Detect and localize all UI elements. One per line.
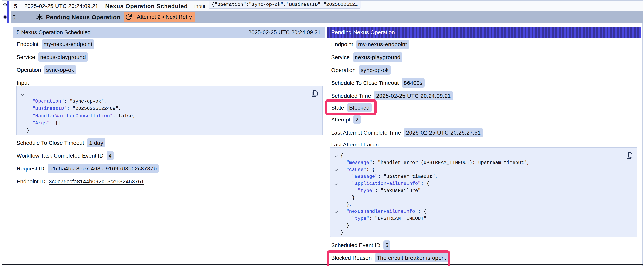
detail-row-workflow-task-completed-event-id: Workflow Task Completed Event ID4 [16, 151, 325, 160]
detail-label-operation: Operation [16, 67, 41, 73]
detail-value-endpoint-pill: my-nexus-endpoint [42, 39, 94, 49]
detail-row-operation: Operationsync-op-ok [331, 65, 641, 75]
event-row-scheduled[interactable]: 5 2025-02-25 UTC 20:24:09.21 Nexus Opera… [11, 1, 643, 11]
detail-value-operation-pill: sync-op-ok [44, 65, 76, 75]
detail-label-endpoint-id: Endpoint ID [16, 178, 46, 185]
pending-operation-row[interactable]: 5 Pending Nexus Operation Attempt 2 • Ne… [11, 11, 643, 24]
detail-row-request-id: Request IDb1c6a4bc-8ee7-468a-9169-df3b02… [16, 164, 325, 173]
scheduled-panel-title: 5 Nexus Operation Scheduled [16, 29, 91, 36]
detail-row-endpoint: Endpointmy-nexus-endpoint [16, 39, 325, 49]
detail-label-schedule-to-close-timeout: Schedule To Close Timeout [16, 140, 84, 146]
code-line: } [340, 194, 637, 201]
event-input-preview-badge[interactable]: {"Operation":"sync-op-ok","BusinessID":"… [208, 1, 361, 9]
detail-value-schedule-to-close-timeout-pill: 1 day [87, 138, 105, 147]
chevron-down-icon[interactable] [335, 181, 338, 188]
code-line: } [340, 229, 637, 236]
table-left-border [2, 0, 2, 266]
code-line: } [27, 127, 322, 134]
input-section-label: Input [16, 80, 325, 86]
detail-row-scheduled-time: Scheduled Time2025-02-25 UTC 20:24:09.21 [331, 91, 641, 100]
timeline-filled-dot-icon [3, 15, 7, 19]
active-event-bar [7, 1, 8, 23]
detail-row-schedule-to-close-timeout: Schedule To Close Timeout1 day [16, 138, 325, 147]
table-right-border [642, 1, 643, 266]
detail-row-operation: Operationsync-op-ok [16, 65, 325, 75]
pending-panel: Pending Nexus Operation Endpointmy-nexus… [327, 27, 641, 265]
code-line: }, [340, 201, 637, 208]
detail-label-attempt: Attempt [331, 116, 350, 123]
code-line: "Operation": "sync-op-ok", [27, 98, 322, 105]
detail-value-attempt-pill: 2 [354, 115, 360, 124]
pending-event-name: Pending Nexus Operation [46, 14, 120, 21]
detail-value-operation-pill: sync-op-ok [359, 65, 390, 75]
last-attempt-failure-label: Last Attempt Failure [331, 141, 641, 147]
detail-value-scheduled-event-id-pill: 5 [384, 240, 390, 250]
detail-value-workflow-task-completed-event-id-pill: 4 [106, 151, 114, 160]
code-line: { [27, 90, 322, 98]
detail-row-scheduled-event-id: Scheduled Event ID5 [331, 240, 641, 250]
scheduled-panel-header: 5 Nexus Operation Scheduled 2025-02-25 U… [13, 27, 325, 38]
detail-value-last-attempt-complete-time-pill: 2025-02-25 UTC 20:25:27.51 [404, 128, 483, 137]
detail-row-endpoint-id: Endpoint ID3c0c75ccfa8144b092c13ce632463… [16, 177, 325, 186]
chevron-down-icon[interactable] [335, 153, 338, 160]
retry-icon [126, 14, 132, 20]
copy-icon[interactable] [312, 90, 318, 98]
detail-label-schedule-to-close-timeout: Schedule To Close Timeout [331, 80, 398, 86]
scheduled-panel-timestamp: 2025-02-25 UTC 20:24:09.21 [248, 29, 321, 36]
detail-value-endpoint-id-link[interactable]: 3c0c75ccfa8144b092c13ce632463761 [49, 178, 144, 185]
detail-label-endpoint: Endpoint [331, 41, 353, 48]
code-line: "cause": { [340, 166, 637, 173]
detail-value-request-id-pill: b1c6a4bc-8ee7-468a-9169-df3b02c8737b [48, 164, 159, 173]
pending-event-id-link[interactable]: 5 [12, 14, 16, 21]
code-line: "applicationFailureInfo": { [340, 180, 637, 187]
detail-label-operation: Operation [331, 67, 356, 73]
pending-panel-body: Endpointmy-nexus-endpointServicenexus-pl… [327, 38, 641, 262]
blocked-reason-annotation-box [327, 250, 450, 266]
detail-row-schedule-to-close-timeout: Schedule To Close Timeout86400s [331, 78, 641, 88]
code-line: "type": "NexusFailure" [340, 187, 637, 194]
detail-label-scheduled-event-id: Scheduled Event ID [331, 242, 380, 248]
copy-icon[interactable] [627, 152, 632, 160]
scheduled-panel-body: Endpointmy-nexus-endpointServicenexus-pl… [13, 38, 325, 264]
chevron-down-icon[interactable] [21, 91, 24, 98]
detail-value-schedule-to-close-timeout-pill: 86400s [402, 78, 424, 88]
code-line: "HandlerWaitForCancellation": false, [27, 112, 322, 120]
detail-row-attempt: Attempt2 [331, 115, 641, 124]
code-line: "nexusHandlerFailureInfo": { [340, 208, 637, 215]
code-line: { [340, 152, 637, 159]
detail-label-request-id: Request ID [16, 165, 44, 172]
attempt-retry-badge: Attempt 2 • Next Retry [124, 12, 195, 23]
attempt-retry-label: Attempt 2 • Next Retry [137, 14, 192, 20]
detail-label-service: Service [16, 54, 35, 60]
detail-value-endpoint-pill: my-nexus-endpoint [356, 40, 409, 49]
detail-label-last-attempt-complete-time: Last Attempt Complete Time [331, 129, 401, 136]
detail-label-endpoint: Endpoint [16, 41, 38, 47]
detail-row-state: StateBlocked [331, 103, 641, 112]
event-id-link[interactable]: 5 [14, 3, 17, 9]
detail-row-endpoint: Endpointmy-nexus-endpoint [331, 40, 641, 49]
section-bottom-border [2, 264, 643, 265]
detail-value-service-pill: nexus-playground [38, 52, 88, 62]
detail-row-service: Servicenexus-playground [16, 52, 325, 62]
chevron-down-icon[interactable] [335, 167, 338, 174]
detail-label-scheduled-time: Scheduled Time [331, 93, 371, 99]
asterisk-icon [36, 14, 43, 21]
timeline-dot-tick [7, 4, 8, 5]
code-line: "message": "handler error (UPSTREAM_TIME… [340, 159, 637, 166]
pending-panel-header: Pending Nexus Operation [327, 27, 641, 38]
failure-json-block: {"message": "handler error (UPSTREAM_TIM… [330, 147, 637, 237]
state-annotation-box [325, 99, 376, 115]
input-json-block: {"Operation": "sync-op-ok","BusinessID":… [16, 86, 323, 135]
pending-panel-title: Pending Nexus Operation [331, 29, 395, 36]
detail-value-scheduled-time-pill: 2025-02-25 UTC 20:24:09.21 [374, 91, 453, 100]
code-line: } [340, 222, 637, 229]
event-input-label: Input [194, 4, 206, 10]
code-line: "message": "upstream timeout", [340, 173, 637, 180]
chevron-down-icon[interactable] [335, 209, 338, 216]
code-line: "Args": [] [27, 120, 322, 127]
event-name: Nexus Operation Scheduled [105, 3, 188, 10]
detail-row-last-attempt-complete-time: Last Attempt Complete Time2025-02-25 UTC… [331, 128, 641, 137]
code-line: "type": "UPSTREAM_TIMEOUT" [340, 215, 637, 222]
detail-row-service: Servicenexus-playground [331, 53, 641, 62]
code-line: "BusinessID": "20250225122409", [27, 105, 322, 112]
